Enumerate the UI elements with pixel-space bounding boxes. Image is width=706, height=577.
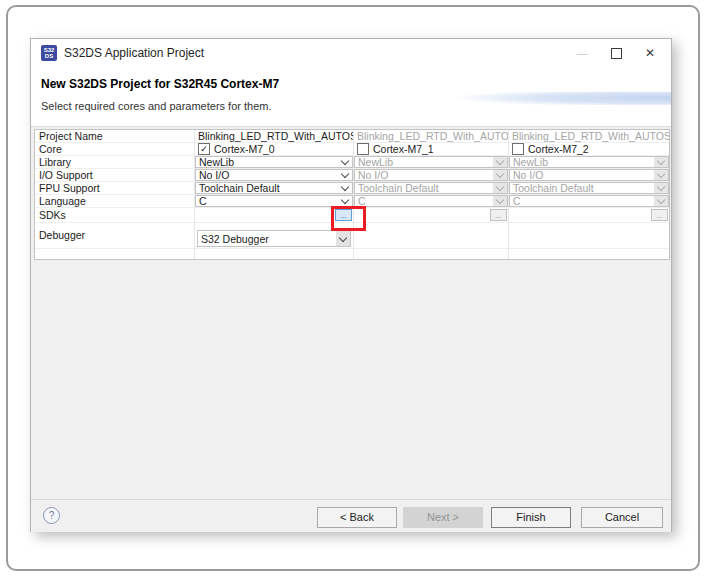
back-button[interactable]: < Back [317, 507, 397, 528]
sdks-field-core1 [355, 209, 490, 221]
row-label-debugger: Debugger [35, 223, 195, 249]
core-cell-core0: ✓ Cortex-M7_0 [195, 143, 354, 156]
library-cell-core2: NewLib [509, 156, 670, 169]
sdks-cell-core2: ... [509, 208, 670, 223]
minimize-icon: — [565, 39, 599, 67]
core-cell-core2: Cortex-M7_2 [509, 143, 670, 156]
sdks-cell-core1: ... [354, 208, 509, 223]
row-label-language: Language [35, 195, 195, 208]
chevron-down-icon [336, 231, 350, 246]
fpu-value-core1: Toolchain Default [358, 182, 439, 194]
library-dropdown-core1: NewLib [354, 156, 508, 168]
language-value-core2: C [513, 195, 521, 207]
row-label-library: Library [35, 156, 195, 169]
io-support-dropdown-core0[interactable]: No I/O [195, 169, 353, 181]
title-bar[interactable]: S32 DS S32DS Application Project — ✕ [31, 39, 671, 67]
checkmark-icon: ✓ [200, 145, 208, 154]
wizard-button-bar: ? < Back Next > Finish Cancel [31, 499, 671, 532]
library-value-core0: NewLib [199, 156, 234, 168]
window-controls: — ✕ [565, 39, 667, 67]
fpu-cell-core1: Toolchain Default [354, 182, 509, 195]
debugger-dropdown-core0[interactable]: S32 Debugger [197, 230, 351, 247]
library-cell-core0: NewLib [195, 156, 354, 169]
cores-parameters-table: Project Name Blinking_LED_RTD_With_AUTOS… [34, 129, 670, 260]
language-cell-core1: C [354, 195, 509, 208]
io-support-dropdown-core2: No I/O [509, 169, 669, 181]
row-label-project-name: Project Name [35, 130, 195, 143]
fpu-value-core0: Toolchain Default [199, 182, 280, 194]
io-value-core0: No I/O [199, 169, 229, 181]
fpu-cell-core2: Toolchain Default [509, 182, 670, 195]
fpu-value-core2: Toolchain Default [513, 182, 594, 194]
chevron-down-icon [338, 157, 352, 167]
core2-checkbox-unchecked[interactable] [512, 143, 524, 155]
app-logo-text-top: S32 [41, 45, 57, 53]
close-icon[interactable]: ✕ [633, 39, 667, 67]
io-value-core2: No I/O [513, 169, 543, 181]
core1-label: Cortex-M7_1 [373, 143, 434, 155]
project-name-field-core1: Blinking_LED_RTD_With_AUTOSAR_ [354, 130, 509, 143]
help-icon[interactable]: ? [43, 507, 60, 524]
screenshot-stage: S32 DS S32DS Application Project — ✕ New… [0, 0, 706, 577]
core0-label: Cortex-M7_0 [214, 143, 275, 155]
language-value-core0: C [199, 195, 207, 207]
language-cell-core2: C [509, 195, 670, 208]
filler-cell [35, 249, 195, 259]
chevron-down-icon [493, 157, 507, 167]
fpu-support-dropdown-core0[interactable]: Toolchain Default [195, 182, 353, 194]
row-label-io-support: I/O Support [35, 169, 195, 182]
io-value-core1: No I/O [358, 169, 388, 181]
page-title: New S32DS Project for S32R45 Cortex-M7 [41, 77, 279, 91]
io-cell-core2: No I/O [509, 169, 670, 182]
chevron-down-icon [493, 183, 507, 193]
debugger-value-core0: S32 Debugger [201, 233, 269, 245]
annotation-highlight-box [331, 206, 366, 231]
chevron-down-icon [654, 196, 668, 206]
core1-checkbox-unchecked[interactable] [357, 143, 369, 155]
chevron-down-icon [338, 183, 352, 193]
chevron-down-icon [493, 196, 507, 206]
library-value-core1: NewLib [358, 156, 393, 168]
io-cell-core0: No I/O [195, 169, 354, 182]
project-name-field-core0[interactable]: Blinking_LED_RTD_With_AUTOSAR_ [195, 130, 354, 143]
io-cell-core1: No I/O [354, 169, 509, 182]
cancel-button[interactable]: Cancel [581, 507, 663, 528]
chevron-down-icon [654, 170, 668, 180]
s32ds-app-icon: S32 DS [41, 45, 57, 61]
language-dropdown-core2: C [509, 195, 669, 207]
language-dropdown-core1: C [354, 195, 508, 207]
chevron-down-icon [654, 157, 668, 167]
chevron-down-icon [338, 196, 352, 206]
row-label-sdks: SDKs [35, 208, 195, 223]
core2-label: Cortex-M7_2 [528, 143, 589, 155]
chevron-down-icon [654, 183, 668, 193]
chevron-down-icon [493, 170, 507, 180]
filler-cell [354, 249, 509, 259]
fpu-support-dropdown-core1: Toolchain Default [354, 182, 508, 194]
window-title: S32DS Application Project [64, 39, 204, 67]
library-dropdown-core0[interactable]: NewLib [195, 156, 353, 168]
fpu-support-dropdown-core2: Toolchain Default [509, 182, 669, 194]
language-dropdown-core0[interactable]: C [195, 195, 353, 207]
debugger-cell-core1 [354, 223, 509, 249]
next-button: Next > [403, 507, 483, 528]
row-label-core: Core [35, 143, 195, 156]
table-grid: Project Name Blinking_LED_RTD_With_AUTOS… [35, 130, 669, 259]
sdks-field-core0[interactable] [196, 209, 335, 221]
filler-cell [195, 249, 354, 259]
library-cell-core1: NewLib [354, 156, 509, 169]
fpu-cell-core0: Toolchain Default [195, 182, 354, 195]
io-support-dropdown-core1: No I/O [354, 169, 508, 181]
wizard-dialog: S32 DS S32DS Application Project — ✕ New… [30, 38, 672, 532]
app-logo-text-bottom: DS [41, 53, 57, 59]
library-value-core2: NewLib [513, 156, 548, 168]
debugger-cell-core2 [509, 223, 670, 249]
finish-button[interactable]: Finish [491, 507, 571, 528]
wizard-content: Project Name Blinking_LED_RTD_With_AUTOS… [31, 127, 671, 499]
project-name-field-core2: Blinking_LED_RTD_With_AUTOSAR_ [509, 130, 670, 143]
row-label-fpu-support: FPU Support [35, 182, 195, 195]
core0-checkbox-checked[interactable]: ✓ [198, 143, 210, 155]
maximize-icon[interactable] [599, 39, 633, 67]
sdks-browse-button-core1: ... [490, 209, 507, 221]
chevron-down-icon [338, 170, 352, 180]
